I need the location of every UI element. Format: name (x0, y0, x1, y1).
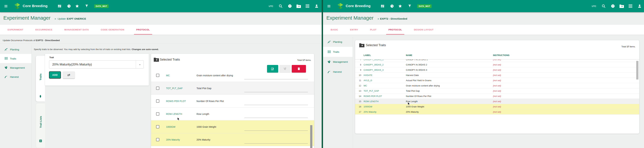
table-row[interactable]: 15 ROW LENGTH Row Length (not set) (355, 99, 639, 104)
add-button[interactable]: ADD (49, 72, 61, 78)
sidebar-item-harvest[interactable]: Harvest (323, 67, 352, 77)
folder-star-icon[interactable] (619, 4, 624, 8)
trait-label-link[interactable]: AYLD_G (364, 78, 372, 83)
trait-label-link[interactable]: CANOPY_30DAS_1 (364, 60, 384, 62)
vertical-tab-traits[interactable]: Traits (36, 56, 45, 102)
trait-code-link[interactable]: MC (166, 74, 170, 82)
sidebar-item-traits[interactable]: Traits (323, 47, 352, 57)
trait-code-link[interactable]: ROWS PER PLOT (166, 95, 186, 108)
sidebar-item-harvest[interactable]: Harvest (0, 72, 32, 81)
recent-clock-icon[interactable] (67, 4, 71, 8)
edit-selected-button[interactable] (267, 65, 278, 72)
trait-label-link[interactable]: CANOPY_30DAS_3 (364, 67, 384, 72)
trait-code-link[interactable]: ROW LENGTH (166, 108, 182, 120)
program-badge[interactable]: DATA_MGT (417, 4, 432, 8)
table-row[interactable]: 10 HVDATE Harvest Date (not set) (355, 72, 639, 78)
trait-instructions[interactable]: (not set) (493, 99, 501, 104)
trait-label-link[interactable]: 1000GW (364, 104, 372, 109)
dashboard-quilt-icon[interactable] (58, 4, 62, 8)
hamburger-menu-icon[interactable] (327, 4, 331, 8)
instructions-input[interactable] (244, 118, 308, 118)
table-row[interactable]: 17 20% Maturity 20% Maturity (not set) (355, 109, 639, 114)
sidebar-item-planting[interactable]: Planting (323, 37, 352, 47)
trait-label-link[interactable]: MC (364, 83, 367, 88)
sidebar-item-management[interactable]: Management (323, 57, 352, 67)
trait-label-link[interactable]: CANOPY_30DAS_2 (364, 62, 384, 67)
search-icon[interactable] (278, 4, 282, 8)
apps-grid-icon[interactable] (628, 4, 632, 8)
tab[interactable]: DESIGN LAYOUT (414, 25, 434, 35)
filter-icon[interactable] (85, 4, 88, 8)
trait-select-arrow-box[interactable] (136, 60, 144, 68)
column-header-name[interactable]: NAME (406, 54, 412, 56)
row-checkbox[interactable] (156, 100, 159, 103)
tab[interactable]: BASIC (330, 25, 338, 35)
instructions-input[interactable] (244, 92, 308, 92)
favorites-star-icon[interactable] (398, 4, 402, 8)
trait-instructions[interactable]: (not set) (493, 94, 501, 99)
trait-row[interactable]: TOT_PLT_GAP Total Plot Gap (151, 82, 314, 95)
trait-label-link[interactable]: 20% Maturity (364, 109, 376, 114)
trait-instructions[interactable]: (not set) (493, 72, 501, 78)
trait-instructions[interactable]: (not set) (493, 67, 501, 72)
row-checkbox[interactable] (156, 138, 159, 141)
table-row[interactable]: 8 CANOPY_30DAS_2 CANOPY At 30DAS 2 (not … (355, 62, 639, 67)
trait-code-link[interactable]: 20% Maturity (166, 133, 180, 146)
trait-row[interactable]: 20% Maturity 20% Maturity (151, 133, 314, 146)
column-header-instructions[interactable]: INSTRUCTIONS (493, 54, 510, 56)
filter-icon[interactable] (408, 4, 412, 8)
table-row[interactable]: 13 TOT_PLT_GAP Total Plot Gap (not set) (355, 88, 639, 94)
tab[interactable]: PROTOCOL (136, 25, 150, 35)
trait-instructions[interactable]: (not set) (493, 104, 501, 109)
row-checkbox[interactable] (156, 86, 159, 90)
apps-grid-icon[interactable] (306, 4, 310, 8)
tab[interactable]: PROTOCOL (388, 25, 402, 35)
help-icon[interactable] (611, 4, 615, 8)
table-row[interactable]: 16 1000GW 1000 Grain Weight (not set) (355, 104, 639, 109)
table-row[interactable]: 11 AYLD_G Actual Plot Yield In Grams (no… (355, 78, 639, 83)
trait-label-link[interactable]: HVDATE (364, 72, 372, 78)
table-row[interactable]: 7 CANOPY_30DAS_1 CANOPY At 30 DAS 1 (not… (355, 60, 639, 62)
row-checkbox[interactable] (156, 74, 159, 77)
timezone-label[interactable]: UTC (592, 5, 596, 8)
trait-label-link[interactable]: TOT_PLT_GAP (364, 88, 379, 94)
add-to-list-button[interactable] (280, 65, 290, 72)
vertical-tab-trait-lists[interactable]: Trait Lists (36, 103, 45, 148)
column-header-label[interactable]: LABEL (364, 54, 371, 56)
table-row[interactable]: 12 MC Grain moisture content after dryin… (355, 83, 639, 88)
user-account-icon[interactable] (314, 4, 318, 8)
tab[interactable]: MANAGEMENT DATA (64, 25, 89, 35)
tab[interactable]: CODE GENERATION (101, 25, 124, 35)
trait-instructions[interactable]: (not set) (493, 60, 501, 62)
row-checkbox[interactable] (156, 125, 159, 128)
trait-row[interactable]: ROWS PER PLOT Number Of Rows Per Plot (151, 95, 314, 108)
trait-code-link[interactable]: TOT_PLT_GAP (166, 82, 183, 95)
trait-label-link[interactable]: ROWS PER PLOT (364, 94, 382, 99)
tab[interactable]: PLOT (370, 25, 376, 35)
sidebar-item-management[interactable]: Management (0, 63, 32, 72)
tab[interactable]: ENTRY (350, 25, 358, 35)
instructions-input[interactable] (244, 105, 308, 105)
recent-clock-icon[interactable] (390, 4, 394, 8)
hamburger-menu-icon[interactable] (4, 4, 8, 8)
list-scrollbar-thumb[interactable] (310, 125, 312, 148)
trait-row[interactable]: ROW LENGTH Row Length (151, 108, 314, 120)
trait-instructions[interactable]: (not set) (493, 78, 501, 83)
program-badge[interactable]: DATA_MGT (94, 4, 108, 8)
folder-star-icon[interactable] (296, 4, 301, 8)
help-icon[interactable] (288, 4, 292, 8)
dashboard-quilt-icon[interactable] (381, 4, 384, 8)
trait-select[interactable]: 20% Maturity(20% Maturity) (49, 60, 144, 68)
sidebar-item-planting[interactable]: Planting (0, 45, 32, 54)
trait-instructions[interactable]: (not set) (493, 88, 501, 94)
tab[interactable]: EXPERIMENT (8, 25, 23, 35)
trait-row[interactable]: MC Grain moisture content after drying (151, 74, 314, 82)
trait-code-link[interactable]: 1000GW (166, 120, 176, 133)
delete-selected-button[interactable] (292, 65, 306, 72)
tab[interactable]: OCCURRENCE (35, 25, 52, 35)
instructions-input[interactable] (244, 130, 308, 131)
table-scrollbar-thumb[interactable] (636, 61, 638, 80)
favorites-star-icon[interactable] (75, 4, 79, 8)
row-checkbox[interactable] (156, 112, 159, 116)
trait-instructions[interactable]: (not set) (493, 109, 501, 114)
